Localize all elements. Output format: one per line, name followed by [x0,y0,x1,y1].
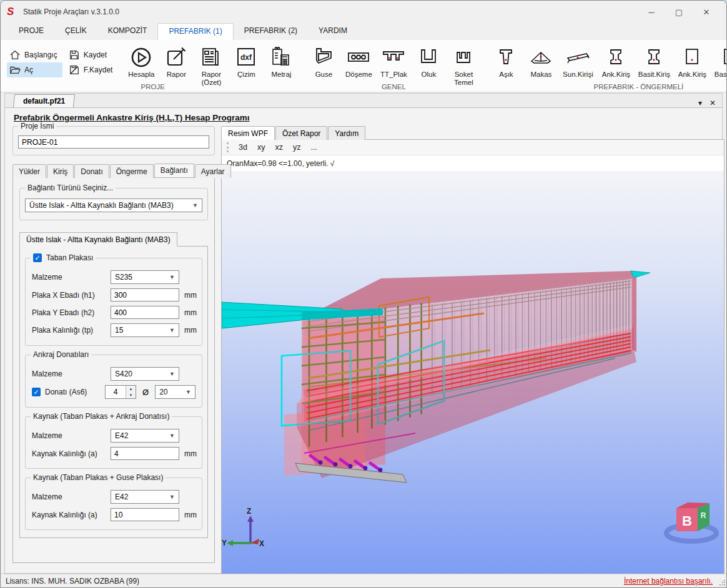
plaka-kalinligi-label: Plaka Kalınlığı (tp) [32,326,111,335]
plaka-y-input[interactable] [111,306,179,319]
unit-label: mm [179,511,195,519]
taban-malzeme-combobox[interactable]: S235▼ [111,270,179,284]
tab-ayarlar[interactable]: Ayarlar [195,164,231,178]
asik-button[interactable]: Aşık [488,46,523,79]
donati-label: Donatı (As6) [45,388,105,396]
oluk-button[interactable]: Oluk [411,46,446,79]
donati-checkbox[interactable]: ✓ [32,388,41,396]
tab-list-dropdown-icon[interactable]: ▾ [698,99,702,107]
tab-resim-wpf[interactable]: Resim WPF [221,126,275,140]
logo-cube: B R [666,502,716,541]
maximize-button[interactable]: ▢ [665,2,693,21]
i-beam-section-icon [644,46,664,69]
baslangic-button[interactable]: Başlangıç [7,47,62,62]
gutter-beam-icon [565,46,590,69]
connection-sub-tab[interactable]: Üstte Islak - Altta Kaynaklı Bağlantı (M… [19,232,177,247]
kaynak-guse-title: Kaynak (Taban Plakas + Guse Plakası) [31,473,166,482]
ank-kiris-i-label: Ank.Kiriş [602,71,630,79]
ankraj-malzeme-combobox[interactable]: S420▼ [111,367,179,381]
kaynak2-a-input[interactable] [111,508,179,521]
doseme-button[interactable]: Döşeme [341,46,376,79]
ank-kiris-i-button[interactable]: Ank.Kiriş [597,46,635,79]
ttplak-button[interactable]: TT_Plak [376,46,411,79]
stepper-down-icon[interactable]: ▼ [126,392,136,398]
fkaydet-button[interactable]: F.Kaydet [66,62,118,77]
view-3d-button[interactable]: 3d [234,142,252,153]
3d-viewport[interactable]: Z Y X B R [222,171,724,576]
kaynak1-malzeme-combobox[interactable]: E42▼ [111,429,179,443]
sun-kirisi-button[interactable]: Sun.Kirişi [558,46,597,79]
view-xz-button[interactable]: xz [270,142,288,153]
kaydet-button[interactable]: Kaydet [66,47,118,62]
ank-kiris-r-button[interactable]: Ank.Kiriş [673,46,711,79]
kaynak2-a-label: Kaynak Kalınlığı (a) [32,511,111,519]
svg-text:B: B [682,513,692,529]
toolbar-grip[interactable] [227,142,229,152]
app-logo-icon: S [7,6,18,17]
input-panel: Proje İsmi Yükler Kiriş Donatı Öngerme B… [12,126,215,563]
view-more-button[interactable]: ... [305,142,322,153]
guse-icon [313,46,334,69]
license-text: Lisans: INS. MUH. SADIK OZBABA (99) [6,577,139,586]
plaka-kalinligi-combobox[interactable]: 15▼ [111,323,179,337]
tab-prefabrik-1[interactable]: PREFABRIK (1) [157,23,233,40]
basit-kiris-r-button[interactable]: Basit.Kiriş [711,46,727,79]
guse-button[interactable]: Guse [306,46,341,79]
view-xy-button[interactable]: xy [252,142,270,153]
plaka-x-input[interactable] [111,288,179,301]
svg-text:dxf: dxf [240,53,252,62]
donati-dia-combobox[interactable]: 20▼ [155,385,195,399]
close-button[interactable]: ✕ [693,2,720,21]
metraj-button[interactable]: Metraj [264,46,299,79]
tab-ozet-rapor[interactable]: Özet Rapor [275,126,327,140]
malzeme-label: Malzeme [32,492,111,501]
hesapla-button[interactable]: Hesapla [124,46,159,79]
tab-close-icon[interactable]: ✕ [710,99,716,107]
connection-type-combobox[interactable]: Üstte Islak - Altta Kaynaklı Bağlantı (M… [25,198,202,212]
tab-celik[interactable]: ÇELİK [54,23,97,40]
rapor-ozet-button[interactable]: Rapor (Özet) [194,46,229,86]
project-name-group-title: Proje İsmi [18,122,56,130]
document-tab[interactable]: default.pf21 [13,94,76,107]
project-name-input[interactable] [18,135,209,149]
cizim-button[interactable]: dxf Çizim [229,46,264,79]
soket-temel-button[interactable]: Soket Temel [446,46,481,86]
view-yz-button[interactable]: yz [288,142,306,153]
minimize-button[interactable]: ─ [638,2,665,21]
page-title: Prefabrik Öngermeli Ankastre Kiriş (H,L,… [14,113,722,122]
donati-count-input[interactable] [106,386,126,398]
tab-proje[interactable]: PROJE [8,23,54,40]
tab-donati[interactable]: Donatı [74,164,109,178]
ac-label: Aç [24,66,33,74]
ttplak-label: TT_Plak [380,71,407,79]
tab-kiris[interactable]: Kiriş [47,164,74,178]
kaynak1-a-input[interactable] [111,447,179,460]
tab-kompozit[interactable]: KOMPOZİT [97,23,158,40]
diameter-symbol: Ø [136,388,155,397]
parameter-tabs: Yükler Kiriş Donatı Öngerme Bağlantı Aya… [12,164,215,178]
tab-baglanti[interactable]: Bağlantı [154,164,194,177]
tab-yardim[interactable]: Yardım [328,126,365,140]
unit-label: mm [179,326,195,335]
rapor-button[interactable]: Rapor [159,46,194,79]
document-tab-label: default.pf21 [23,97,65,105]
makas-button[interactable]: Makas [523,46,558,79]
internet-status-link[interactable]: İnternet bağlantısı başarılı. [624,577,721,586]
kaynak2-malzeme-combobox[interactable]: E42▼ [111,490,179,504]
connection-type-value: Üstte Islak - Altta Kaynaklı Bağlantı (M… [29,201,174,210]
donati-count-stepper[interactable]: ▲▼ [105,385,136,399]
svg-text:X: X [259,539,264,548]
stepper-up-icon[interactable]: ▲ [126,386,136,392]
basit-kiris-r-label: Basit.Kiriş [715,71,727,79]
tab-yukler[interactable]: Yükler [12,164,46,178]
makas-label: Makas [530,71,551,79]
tab-yardim[interactable]: YARDIM [308,23,358,40]
resize-grip[interactable] [719,580,725,586]
taban-plakasi-checkbox[interactable]: ✓ [33,253,42,262]
basit-kiris-i-button[interactable]: Basit.Kiriş [635,46,673,79]
chevron-down-icon: ▼ [169,433,175,439]
result-status-text: OranMax=0.98 <=1.00, yeterli. √ [222,155,724,171]
ac-button[interactable]: Aç [7,62,62,77]
tab-prefabrik-2[interactable]: PREFABRIK (2) [234,23,308,40]
tab-ongerme[interactable]: Öngerme [110,164,154,178]
